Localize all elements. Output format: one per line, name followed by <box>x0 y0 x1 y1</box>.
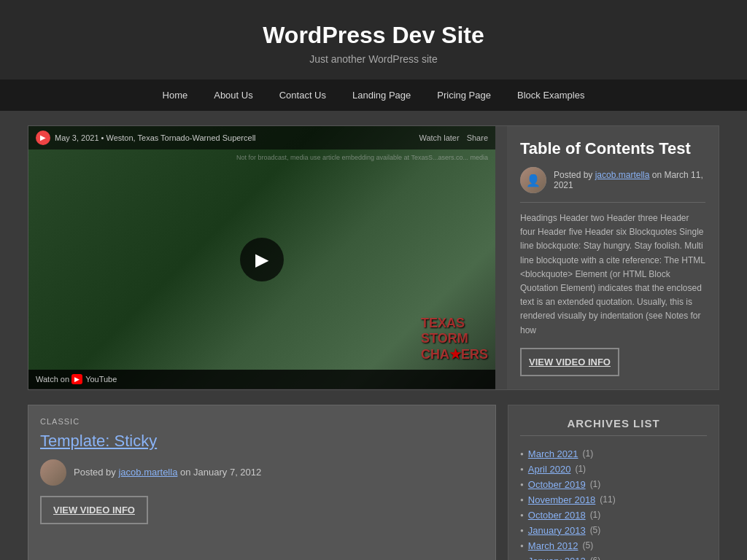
nav-item-landing-page[interactable]: Landing Page <box>339 79 424 111</box>
archives-box: ARCHIVES LIST March 2021 (1)April 2020 (… <box>508 405 719 560</box>
share-btn[interactable]: Share <box>467 133 488 142</box>
nav-item-about-us[interactable]: About Us <box>201 79 266 111</box>
post-title[interactable]: Template: Sticky <box>40 432 484 451</box>
archive-list-item: March 2012 (5) <box>520 538 707 553</box>
nav-item-home[interactable]: Home <box>150 79 201 111</box>
archive-link[interactable]: October 2018 <box>528 510 586 521</box>
video-top-bar: ▶ May 3, 2021 • Weston, Texas Tornado-Wa… <box>28 126 495 149</box>
post-author-avatar <box>40 459 66 486</box>
archive-count: (1) <box>575 464 586 474</box>
video-container: ▶ May 3, 2021 • Weston, Texas Tornado-Wa… <box>28 126 495 389</box>
archive-list-item: April 2020 (1) <box>520 462 707 477</box>
toc-author-prefix: Posted by <box>554 170 595 180</box>
watch-on-label: Watch on <box>36 375 69 384</box>
nav-item-block-examples[interactable]: Block Examples <box>504 79 597 111</box>
youtube-icon: ▶ <box>71 374 82 384</box>
archive-list-item: January 2013 (5) <box>520 523 707 538</box>
youtube-logo: ▶ YouTube <box>71 374 117 384</box>
nav-item-contact-us[interactable]: Contact Us <box>266 79 339 111</box>
archive-list-item: October 2018 (1) <box>520 508 707 523</box>
archive-count: (1) <box>590 479 601 489</box>
archive-link[interactable]: March 2021 <box>528 448 578 459</box>
toc-box: Table of Contents Test 👤 Posted by jacob… <box>507 126 719 389</box>
post-author-prefix: Posted by <box>74 467 118 478</box>
video-inner: ▶ May 3, 2021 • Weston, Texas Tornado-Wa… <box>28 126 495 389</box>
youtube-label: YouTube <box>85 375 117 384</box>
nav-item-pricing-page[interactable]: Pricing Page <box>424 79 504 111</box>
post-author-link[interactable]: jacob.martella <box>118 467 177 478</box>
play-button[interactable]: ▶ <box>240 238 284 281</box>
toc-author-info: Posted by jacob.martella on March 11, 20… <box>554 170 705 190</box>
site-title: WordPress Dev Site <box>15 22 732 49</box>
video-branding: TEXASSTORMCHA★ERS <box>421 316 488 362</box>
video-title: May 3, 2021 • Weston, Texas Tornado-Warn… <box>55 133 419 142</box>
site-header: WordPress Dev Site Just another WordPres… <box>0 0 747 79</box>
video-not-for-broadcast: Not for broadcast, media use article emb… <box>236 154 488 161</box>
archive-link[interactable]: October 2019 <box>528 479 586 490</box>
video-channel-avatar: ▶ <box>36 131 50 145</box>
post-author-date: on January 7, 2012 <box>177 467 261 478</box>
video-actions: Watch later Share <box>419 133 488 142</box>
post-view-video-btn[interactable]: VIEW VIDEO INFO <box>40 496 148 524</box>
archive-count: (5) <box>590 525 601 535</box>
archive-count: (1) <box>590 510 601 520</box>
archives-heading: ARCHIVES LIST <box>520 417 707 436</box>
archive-list-item: January 2012 (6) <box>520 553 707 560</box>
archive-link[interactable]: March 2012 <box>528 540 578 551</box>
archive-list-item: March 2021 (1) <box>520 446 707 462</box>
watch-later-btn[interactable]: Watch later <box>419 133 459 142</box>
top-row: ▶ May 3, 2021 • Weston, Texas Tornado-Wa… <box>28 125 719 390</box>
archive-count: (5) <box>583 540 594 551</box>
archive-link[interactable]: January 2013 <box>528 525 586 536</box>
classic-tag: CLASSIC <box>40 417 484 426</box>
archive-count: (1) <box>583 448 594 459</box>
archive-count: (6) <box>590 556 601 560</box>
content-wrapper: ▶ May 3, 2021 • Weston, Texas Tornado-Wa… <box>16 111 731 560</box>
toc-author-avatar: 👤 <box>520 167 546 193</box>
archive-link[interactable]: January 2012 <box>528 556 586 560</box>
archive-count: (11) <box>600 494 615 505</box>
archive-list-item: October 2019 (1) <box>520 477 707 492</box>
toc-author-link[interactable]: jacob.martella <box>595 170 650 180</box>
archives-list: March 2021 (1)April 2020 (1)October 2019… <box>520 446 707 560</box>
video-embed: ▶ May 3, 2021 • Weston, Texas Tornado-Wa… <box>28 126 495 389</box>
bottom-row: CLASSIC Template: Sticky Posted by jacob… <box>28 405 719 560</box>
classic-post: CLASSIC Template: Sticky Posted by jacob… <box>28 405 496 560</box>
video-bottom-bar: Watch on ▶ YouTube <box>28 370 495 389</box>
toc-body: Headings Header two Header three Header … <box>520 211 705 338</box>
main-nav: HomeAbout UsContact UsLanding PagePricin… <box>0 79 747 111</box>
toc-title: Table of Contents Test <box>520 139 705 158</box>
site-tagline: Just another WordPress site <box>15 53 732 65</box>
toc-author-row: 👤 Posted by jacob.martella on March 11, … <box>520 167 705 203</box>
archive-link[interactable]: November 2018 <box>528 494 596 505</box>
archive-link[interactable]: April 2020 <box>528 464 571 475</box>
toc-view-video-btn[interactable]: VIEW VIDEO INFO <box>520 348 619 376</box>
post-author-info: Posted by jacob.martella on January 7, 2… <box>74 467 261 478</box>
avatar-image: 👤 <box>520 167 546 193</box>
post-author-row: Posted by jacob.martella on January 7, 2… <box>40 459 484 486</box>
archive-list-item: November 2018 (11) <box>520 492 707 508</box>
